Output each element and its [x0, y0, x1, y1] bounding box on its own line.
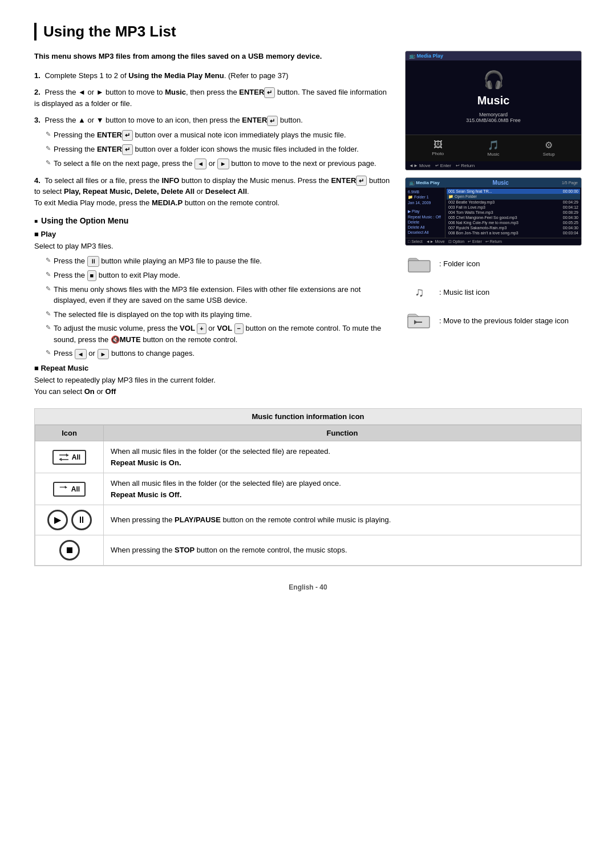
music-note-symbol: ♫	[415, 285, 424, 300]
folder-icon-desc: : Folder icon	[405, 253, 582, 275]
play-pause-bold: PLAY/PAUSE	[175, 515, 221, 524]
function-table-wrapper: Music function information icon Icon Fun…	[34, 408, 582, 566]
nav-enter: ↵ Enter	[468, 239, 482, 244]
menu-deselect: Deselect All	[408, 230, 443, 234]
tv-music-title: 🎧 Music Memorycard315.0MB/406.0MB Free	[406, 60, 581, 135]
tv-screen-2: 📺 Media Play Music 1/5 Page 6.9MB 📁 Fold…	[405, 177, 582, 246]
bullet-3-2: Pressing the ENTER↵ button over a folder…	[46, 144, 394, 155]
play-bullet-6: Press ◄ or ► buttons to change pages.	[46, 348, 394, 359]
tv-file-item-8: 008 Bon Jon-This ain't a love song.mp3 0…	[447, 230, 580, 235]
tv-screen-2-header: 📺 Media Play Music 1/5 Page	[406, 178, 581, 188]
step-4-num: 4.	[34, 176, 40, 185]
tv-file-8-time: 00:03:04	[563, 231, 578, 235]
music-symbol: 🎵	[488, 140, 500, 151]
tv-file-time: 00:00:00	[563, 189, 578, 193]
photo-label: Photo	[432, 151, 444, 156]
repeat-desc: Select to repeatedly play MP3 files in t…	[34, 375, 394, 386]
tv-screen-1: 📺 Media Play 🎧 Music Memorycard315.0MB/4…	[405, 51, 582, 170]
tv-file-6-name: 006 Nat King Cole-Fly me to moon.mp3	[448, 221, 518, 225]
step-1-num: 1.	[34, 71, 40, 80]
play-pause-icons: ▶ ⏸	[47, 510, 92, 530]
play-pause-icon-cell: ▶ ⏸	[35, 505, 104, 535]
play-bullet-1: Press the ⏸ button while playing an MP3 …	[46, 255, 394, 267]
function-table: Icon Function All	[35, 425, 581, 566]
tv-menu-labels: ▶ Play Repeat Music : Off Delete Delete …	[408, 209, 443, 234]
tv-open-folder: 📁 Open Folder	[448, 194, 477, 199]
repeat-all-icon: All	[52, 450, 86, 465]
music-icon-desc: ♫ : Music list icon	[405, 281, 582, 304]
tv-file-item-4: 004 Tom Waits Time.mp3 00:08:29	[447, 210, 580, 215]
tv-file-item: 001 Sean Sing feat TR... 00:00:00	[447, 189, 580, 194]
page-footer: English - 40	[34, 583, 582, 591]
tv-list-area: 6.9MB 📁 Folder 1 Jan 14, 2009 ▶ Play Rep…	[406, 188, 581, 238]
play-bullet-2: Press the ■ button to exit Play mode.	[46, 270, 394, 281]
tv-size: 6.9MB	[408, 190, 443, 194]
table-row-4: ⏹ When pressing the STOP button on the r…	[35, 535, 581, 566]
repeat-once-svg	[59, 485, 69, 493]
stop-function: When pressing the STOP button on the rem…	[104, 535, 581, 566]
tv-file-item-7: 007 Ryuichi Sakamoto-Rain.mp3 00:04:30	[447, 225, 580, 230]
repeat-off-text: Repeat Music is Off.	[111, 490, 181, 499]
tv-left-info: 6.9MB 📁 Folder 1 Jan 14, 2009 ▶ Play Rep…	[406, 188, 445, 238]
tv-file-4-time: 00:08:29	[563, 210, 578, 214]
folder-icon-image	[405, 253, 433, 275]
prev-folder-icon-text: : Move to the previous folder stage icon	[439, 316, 569, 326]
tv-folder: 📁 Folder 1	[408, 195, 443, 200]
tv-file-8-name: 008 Bon Jon-This ain't a love song.mp3	[448, 231, 518, 235]
setup-label: Setup	[543, 152, 555, 157]
repeat-once-icon-cell: All	[35, 473, 104, 505]
tv-file-item-2: 002 Beatle Yesterday.mp3 00:04:29	[447, 200, 580, 205]
repeat-all-icon-cell: All	[35, 441, 104, 473]
setup-symbol: ⚙	[543, 140, 555, 151]
icon-descriptions: : Folder icon ♫ : Music list icon	[405, 253, 582, 332]
tv-screen2-title: Music	[493, 180, 509, 186]
repeat-all-label: All	[72, 452, 80, 462]
tv-photo-icon: 🖼 Photo	[432, 140, 444, 157]
tv-bottom-icons: 🖼 Photo 🎵 Music ⚙ Setup	[406, 135, 581, 161]
headphone-icon: 🎧	[417, 70, 570, 90]
tv-file-item-3: 003 Fall in Love.mp3 00:04:12	[447, 205, 580, 210]
play-title: ■ Play	[34, 230, 394, 238]
step-2-num: 2.	[34, 88, 40, 96]
tv-file-6-time: 00:05:25	[563, 221, 578, 225]
table-row-2: All When all music files in the folder (…	[35, 473, 581, 505]
right-column: 📺 Media Play 🎧 Music Memorycard315.0MB/4…	[405, 51, 582, 397]
menu-play: ▶ Play	[408, 209, 443, 214]
tv-date: Jan 14, 2009	[408, 201, 443, 205]
tv-music-icon: 🎵 Music	[488, 140, 500, 157]
repeat-section: ■ Repeat Music Select to repeatedly play…	[34, 364, 394, 397]
folder-icon-text: : Folder icon	[439, 259, 480, 269]
tv-file-7-time: 00:04:30	[563, 226, 578, 230]
tv-file-name: 001 Sean Sing feat TR...	[448, 189, 492, 193]
repeat-on-text: Repeat Music is On.	[111, 458, 181, 467]
nav-option: ⊡ Option	[448, 239, 465, 244]
step-3: 3. Press the ▲ or ▼ button to move to an…	[34, 115, 394, 169]
repeat-once-label: All	[71, 484, 80, 494]
play-bullets: Press the ⏸ button while playing an MP3 …	[34, 255, 394, 359]
tv-file-3-name: 003 Fall in Love.mp3	[448, 205, 485, 209]
footer-text: English - 40	[289, 583, 327, 591]
prev-folder-icon-desc: : Move to the previous folder stage icon	[405, 310, 582, 332]
tv-nav-text-2: ↵ Enter	[435, 163, 451, 168]
tv-nav-text-1: ◄► Move	[409, 163, 431, 168]
tv-file-2-time: 00:04:29	[563, 200, 578, 204]
tv-page-info: 1/5 Page	[562, 181, 578, 185]
play-bullet-5: To adjust the music volume, press the VO…	[46, 323, 394, 345]
tv-memory-info: Memorycard315.0MB/406.0MB Free	[417, 112, 570, 123]
play-icon: ▶	[47, 510, 68, 530]
step-1: 1. Complete Steps 1 to 2 of Using the Me…	[34, 70, 394, 82]
left-column: This menu shows MP3 files from among the…	[34, 51, 394, 397]
steps-list: 1. Complete Steps 1 to 2 of Using the Me…	[34, 70, 394, 209]
play-desc: Select to play MP3 files.	[34, 241, 394, 252]
tv-nav-text-3: ↩ Return	[456, 163, 475, 168]
page-title: Using the MP3 List	[34, 23, 582, 40]
tv-nav-bar-1: ◄► Move ↵ Enter ↩ Return	[406, 161, 581, 170]
menu-delete: Delete	[408, 220, 443, 224]
tv-folder-item: 📁 Open Folder	[447, 194, 580, 200]
tv-file-2-name: 002 Beatle Yesterday.mp3	[448, 200, 495, 204]
play-pause-function: When pressing the PLAY/PAUSE button on t…	[104, 505, 581, 535]
pause-icon: ⏸	[71, 510, 92, 530]
bullet-3-3: To select a file on the next page, press…	[46, 158, 394, 169]
repeat-title: ■ Repeat Music	[34, 364, 394, 372]
stop-icon-cell: ⏹	[35, 535, 104, 566]
